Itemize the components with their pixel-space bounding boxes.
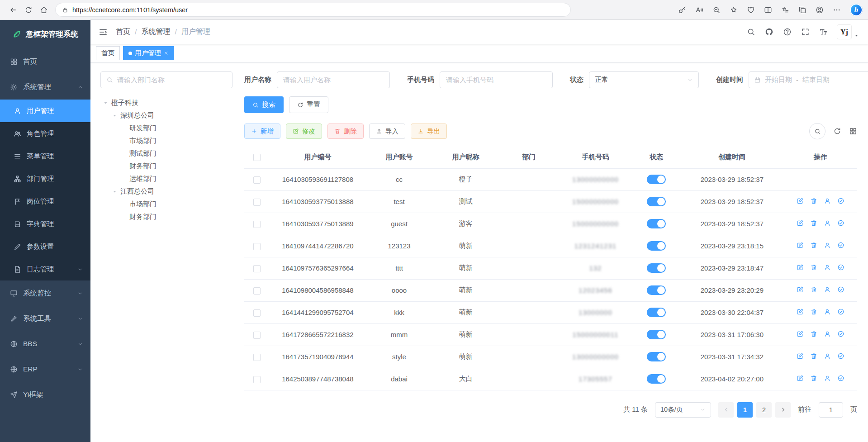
row-checkbox[interactable]	[253, 309, 261, 317]
row-checkbox[interactable]	[253, 221, 261, 228]
edit-icon[interactable]	[797, 330, 804, 337]
verify-icon[interactable]	[837, 330, 844, 337]
home-icon[interactable]	[36, 3, 52, 17]
url-bar[interactable]: https://ccnetcore.com:1101/system/user	[55, 3, 571, 17]
reload-icon[interactable]	[21, 3, 36, 17]
breadcrumb-item[interactable]: 系统管理	[141, 27, 170, 37]
status-toggle[interactable]	[647, 285, 666, 295]
status-toggle[interactable]	[647, 197, 666, 206]
more-icon[interactable]	[829, 3, 844, 17]
split-screen-icon[interactable]	[760, 3, 776, 17]
sidebar-item-菜单管理[interactable]: 菜单管理	[0, 145, 90, 167]
row-checkbox[interactable]	[253, 265, 261, 272]
status-toggle[interactable]	[647, 330, 666, 339]
row-checkbox[interactable]	[253, 176, 261, 184]
delete-icon[interactable]	[810, 375, 817, 382]
search-button[interactable]: 搜索	[244, 96, 284, 113]
row-checkbox[interactable]	[253, 199, 261, 206]
close-icon[interactable]	[164, 51, 169, 56]
row-checkbox[interactable]	[253, 332, 261, 339]
phone-input[interactable]	[440, 71, 553, 88]
verify-icon[interactable]	[837, 264, 844, 271]
assign-role-icon[interactable]	[824, 330, 831, 337]
sidebar-item-ERP[interactable]: ERP	[0, 356, 90, 382]
tree-node-财务部门[interactable]: 财务部门	[100, 210, 232, 223]
tab-用户管理[interactable]: 用户管理	[123, 46, 174, 60]
refresh-table-icon[interactable]	[833, 127, 841, 135]
edit-icon[interactable]	[797, 219, 804, 227]
row-checkbox[interactable]	[253, 354, 261, 361]
edit-icon[interactable]	[797, 375, 804, 382]
goto-page-input[interactable]	[819, 402, 843, 418]
edit-icon[interactable]	[797, 242, 804, 249]
sidebar-item-系统管理[interactable]: 系统管理	[0, 74, 90, 100]
tree-node-橙子科技[interactable]: 橙子科技	[100, 96, 232, 109]
delete-icon[interactable]	[810, 308, 817, 315]
assign-role-icon[interactable]	[824, 308, 831, 315]
department-search[interactable]	[100, 71, 232, 88]
delete-icon[interactable]	[810, 330, 817, 337]
back-icon[interactable]	[5, 3, 21, 17]
caret-down-icon[interactable]	[112, 189, 117, 194]
password-icon[interactable]	[674, 3, 690, 17]
read-aloud-icon[interactable]	[692, 3, 707, 17]
help-icon[interactable]	[778, 20, 796, 44]
verify-icon[interactable]	[837, 308, 844, 315]
username-input[interactable]	[277, 71, 390, 88]
delete-icon[interactable]	[810, 264, 817, 271]
tree-node-市场部门[interactable]: 市场部门	[100, 198, 232, 210]
status-toggle[interactable]	[647, 308, 666, 317]
sidebar-item-字典管理[interactable]: 字典管理	[0, 213, 90, 235]
status-toggle[interactable]	[647, 219, 666, 228]
sidebar-item-系统工具[interactable]: 系统工具	[0, 306, 90, 331]
date-range-picker[interactable]: 开始日期 - 结束日期	[749, 71, 868, 88]
page-button-1[interactable]: 1	[737, 402, 753, 418]
zoom-icon[interactable]	[709, 3, 724, 17]
tree-node-测试部门[interactable]: 测试部门	[100, 147, 232, 160]
delete-icon[interactable]	[810, 352, 817, 360]
favorites-icon[interactable]	[778, 3, 793, 17]
export-button[interactable]: 导出	[411, 124, 447, 139]
sidebar-item-用户管理[interactable]: 用户管理	[0, 100, 90, 122]
verify-icon[interactable]	[837, 286, 844, 293]
sidebar-item-部门管理[interactable]: 部门管理	[0, 167, 90, 190]
hamburger-icon[interactable]	[99, 28, 108, 37]
delete-icon[interactable]	[810, 286, 817, 293]
assign-role-icon[interactable]	[824, 242, 831, 249]
tree-node-江西总公司[interactable]: 江西总公司	[100, 185, 232, 198]
assign-role-icon[interactable]	[824, 219, 831, 227]
github-icon[interactable]	[760, 20, 778, 44]
browser-profile-icon[interactable]	[812, 3, 827, 17]
browser-essentials-icon[interactable]	[743, 3, 759, 17]
status-toggle[interactable]	[647, 175, 666, 184]
edit-icon[interactable]	[797, 264, 804, 271]
edit-icon[interactable]	[797, 308, 804, 315]
row-checkbox[interactable]	[253, 287, 261, 295]
status-select[interactable]: 正常	[589, 71, 699, 88]
tree-node-财务部门[interactable]: 财务部门	[100, 160, 232, 172]
next-page-button[interactable]	[775, 402, 791, 418]
tree-node-研发部门[interactable]: 研发部门	[100, 122, 232, 134]
sidebar-item-日志管理[interactable]: 日志管理	[0, 258, 90, 280]
assign-role-icon[interactable]	[824, 264, 831, 271]
caret-down-icon[interactable]	[112, 113, 117, 118]
status-toggle[interactable]	[647, 374, 666, 384]
edit-button[interactable]: 修改	[286, 124, 322, 139]
add-button[interactable]: 新增	[244, 124, 280, 139]
tab-首页[interactable]: 首页	[96, 46, 120, 60]
department-search-input[interactable]	[117, 76, 227, 84]
page-size-select[interactable]: 10条/页	[655, 402, 711, 418]
verify-icon[interactable]	[837, 197, 844, 204]
sidebar-item-角色管理[interactable]: 角色管理	[0, 122, 90, 145]
edit-icon[interactable]	[797, 352, 804, 360]
status-toggle[interactable]	[647, 263, 666, 273]
delete-icon[interactable]	[810, 219, 817, 227]
sidebar-item-BBS[interactable]: BBS	[0, 331, 90, 356]
verify-icon[interactable]	[837, 352, 844, 360]
prev-page-button[interactable]	[718, 402, 734, 418]
status-toggle[interactable]	[647, 241, 666, 251]
add-favorite-icon[interactable]	[726, 3, 741, 17]
reset-button[interactable]: 重置	[289, 96, 328, 113]
assign-role-icon[interactable]	[824, 352, 831, 360]
delete-icon[interactable]	[810, 242, 817, 249]
